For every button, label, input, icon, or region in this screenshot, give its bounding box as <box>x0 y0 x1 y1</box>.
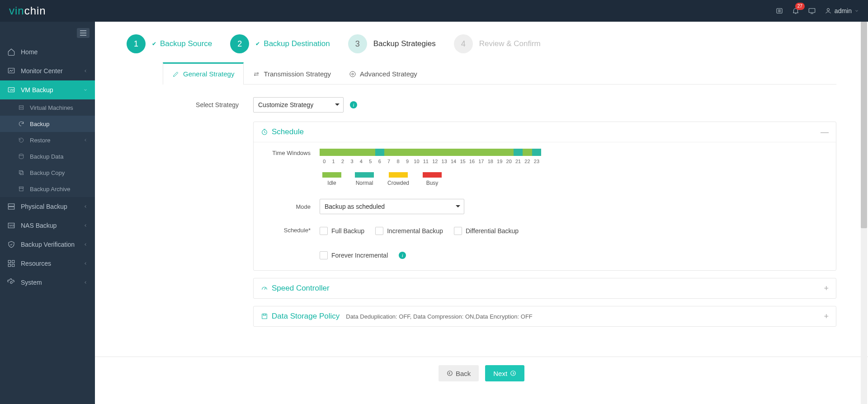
chart-icon <box>7 67 15 75</box>
timebar-segment[interactable] <box>523 149 532 156</box>
svg-point-15 <box>19 154 23 156</box>
checkbox-incremental-backup[interactable]: Incremental Backup <box>375 227 443 235</box>
timebar-segment[interactable] <box>532 149 541 156</box>
chevron-left-icon <box>83 242 88 247</box>
sidebar-sub-backup-data[interactable]: Backup Data <box>0 148 95 164</box>
select-strategy-dropdown[interactable]: Customize Strategy <box>253 97 344 113</box>
next-button[interactable]: Next <box>485 365 524 381</box>
sidebar-item-backup-verification[interactable]: Backup Verification <box>0 235 95 254</box>
restore-icon <box>18 137 24 143</box>
hour-tick: 3 <box>347 159 356 164</box>
hour-tick: 16 <box>467 159 476 164</box>
mode-label: Mode <box>261 203 320 210</box>
list-icon[interactable] <box>771 3 788 19</box>
schedule-panel-header[interactable]: Schedule — <box>254 122 836 142</box>
scrollbar-thumb[interactable] <box>861 22 867 228</box>
svg-rect-21 <box>8 207 14 209</box>
tab-general-strategy[interactable]: General Strategy <box>163 62 244 84</box>
svg-rect-20 <box>8 204 14 206</box>
monitor-icon[interactable] <box>804 3 820 19</box>
step-backup-destination[interactable]: 2 ✔ Backup Destination <box>230 34 330 53</box>
hour-tick: 11 <box>421 159 430 164</box>
speed-controller-header[interactable]: Speed Controller + <box>254 278 836 298</box>
step-backup-strategies[interactable]: 3 Backup Strategies <box>348 34 436 53</box>
notification-badge: 27 <box>795 3 805 10</box>
bell-icon[interactable]: 27 <box>788 3 804 19</box>
sidebar-item-label: VM Backup <box>21 86 53 94</box>
timebar-segment[interactable] <box>514 149 523 156</box>
timebar-segment[interactable] <box>320 149 375 156</box>
sidebar-submenu-vm-backup: Virtual Machines Backup Restore Backup D… <box>0 99 95 197</box>
time-windows-bar[interactable] <box>320 149 541 156</box>
timebar-segment[interactable] <box>375 149 384 156</box>
info-icon[interactable]: i <box>399 252 406 259</box>
sidebar-item-vm-backup[interactable]: VM VM Backup <box>0 80 95 99</box>
legend-label: Normal <box>356 180 373 186</box>
logo: vinchin <box>9 5 46 17</box>
grid-icon <box>7 259 15 268</box>
step-review-confirm[interactable]: 4 Review & Confirm <box>454 34 541 53</box>
sidebar-item-resources[interactable]: Resources <box>0 254 95 273</box>
svg-point-30 <box>350 71 355 77</box>
checkbox-differential-backup[interactable]: Differential Backup <box>454 227 519 235</box>
sidebar-sub-backup-copy[interactable]: Backup Copy <box>0 164 95 181</box>
sidebar-item-label: Backup Copy <box>30 169 65 176</box>
sidebar-item-label: Backup <box>30 121 49 127</box>
info-icon[interactable]: i <box>350 101 357 108</box>
user-icon <box>825 7 832 14</box>
sidebar-item-label: Home <box>21 48 38 56</box>
sidebar-sub-restore[interactable]: Restore <box>0 132 95 148</box>
database-icon <box>18 153 24 160</box>
sidebar-sub-backup[interactable]: Backup <box>0 116 95 132</box>
sidebar-item-monitor-center[interactable]: Monitor Center <box>0 61 95 80</box>
tab-advanced-strategy[interactable]: Advanced Strategy <box>340 62 426 84</box>
checkbox-forever-incremental[interactable]: Forever Incremental <box>320 251 388 259</box>
arrow-right-icon <box>510 370 516 376</box>
svg-point-7 <box>827 9 829 11</box>
sidebar-item-physical-backup[interactable]: Physical Backup <box>0 197 95 216</box>
schedule-panel: Schedule — Time Windows 0123456789101112… <box>253 122 836 271</box>
sidebar-item-home[interactable]: Home <box>0 42 95 61</box>
legend-swatch <box>355 172 374 178</box>
checkbox-full-backup[interactable]: Full Backup <box>320 227 364 235</box>
sidebar-item-label: Monitor Center <box>21 67 63 75</box>
sidebar-item-label: Resources <box>21 260 51 267</box>
legend-label: Busy <box>426 180 439 186</box>
step-backup-source[interactable]: 1 ✔ Backup Source <box>127 34 212 53</box>
main-content: 1 ✔ Backup Source 2 ✔ Backup Destination… <box>95 22 868 404</box>
gear-icon <box>7 278 15 287</box>
edit-icon <box>172 70 179 78</box>
sidebar-item-system[interactable]: System <box>0 273 95 292</box>
sidebar-sub-backup-archive[interactable]: Backup Archive <box>0 181 95 197</box>
sidebar-item-label: Backup Verification <box>21 241 75 248</box>
data-storage-policy-header[interactable]: Data Storage Policy Data Deduplication: … <box>254 306 836 326</box>
wizard-footer: Back Next <box>95 357 868 392</box>
vm-icon: VM <box>7 86 15 94</box>
wizard-stepper: 1 ✔ Backup Source 2 ✔ Backup Destination… <box>108 22 854 62</box>
sidebar-sub-virtual-machines[interactable]: Virtual Machines <box>0 99 95 116</box>
timebar-segment[interactable] <box>384 149 514 156</box>
sidebar-item-label: Virtual Machines <box>30 104 73 111</box>
svg-rect-18 <box>19 187 23 188</box>
tab-transmission-strategy[interactable]: Transmission Strategy <box>244 62 340 84</box>
nas-icon: NAS <box>7 221 15 230</box>
back-button[interactable]: Back <box>439 365 479 381</box>
speed-controller-panel: Speed Controller + <box>253 278 836 299</box>
hour-tick: 12 <box>430 159 439 164</box>
hour-tick: 10 <box>412 159 421 164</box>
legend-item: Idle <box>322 172 341 186</box>
mode-dropdown[interactable]: Backup as scheduled <box>320 199 464 214</box>
sidebar-item-label: System <box>21 279 42 286</box>
hour-tick: 21 <box>514 159 523 164</box>
sidebar: Home Monitor Center VM VM Backup Virtual… <box>0 22 95 404</box>
data-storage-policy-panel: Data Storage Policy Data Deduplication: … <box>253 306 836 327</box>
sidebar-item-nas-backup[interactable]: NAS NAS Backup <box>0 216 95 235</box>
hour-tick: 6 <box>375 159 384 164</box>
chevron-down-icon <box>83 88 88 92</box>
expand-icon: + <box>824 284 829 292</box>
hamburger-toggle[interactable] <box>77 28 90 38</box>
select-strategy-label: Select Strategy <box>163 101 253 108</box>
user-menu[interactable]: admin <box>825 7 859 14</box>
legend-label: Idle <box>327 180 336 186</box>
hour-tick: 1 <box>329 159 338 164</box>
